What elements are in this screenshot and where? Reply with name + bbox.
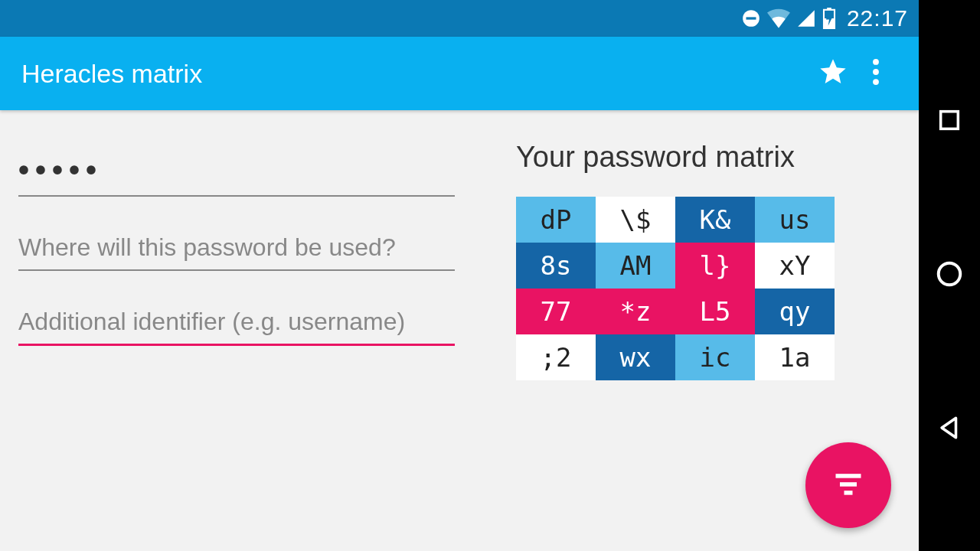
matrix-cell: l}	[675, 243, 755, 289]
overflow-menu-button[interactable]	[854, 52, 897, 95]
identifier-field	[18, 303, 455, 346]
svg-rect-9	[840, 482, 857, 487]
matrix-cell: 77	[516, 289, 596, 334]
app-title: Heracles matrix	[21, 59, 812, 89]
matrix-cell: \$	[596, 197, 675, 243]
circle-icon	[935, 278, 964, 291]
matrix-cell: L5	[675, 289, 755, 334]
master-password-input[interactable]	[18, 148, 455, 197]
star-icon	[818, 57, 848, 90]
matrix-cell: qy	[755, 289, 835, 334]
matrix-title: Your password matrix	[516, 141, 900, 174]
password-matrix: dP\$K&us8sAMl}xY77*zL5qy;2wxic1a	[516, 197, 900, 380]
system-nav-bar	[919, 0, 980, 551]
master-password-field	[18, 148, 455, 197]
more-vert-icon	[873, 59, 879, 88]
signal-icon	[796, 8, 816, 28]
square-icon	[936, 122, 962, 135]
matrix-cell: us	[755, 197, 835, 243]
matrix-cell: K&	[675, 197, 755, 243]
home-button[interactable]	[935, 259, 964, 292]
matrix-cell: ic	[675, 334, 755, 380]
where-used-input[interactable]	[18, 229, 455, 271]
status-time: 22:17	[847, 5, 908, 31]
matrix-cell: 8s	[516, 243, 596, 289]
svg-rect-1	[746, 17, 756, 19]
input-column	[18, 148, 455, 551]
matrix-cell: wx	[596, 334, 675, 380]
favorite-button[interactable]	[812, 52, 854, 95]
svg-point-6	[873, 69, 879, 75]
matrix-cell: dP	[516, 197, 596, 243]
app-screen: 22:17 Heracles matrix You	[0, 0, 919, 551]
matrix-cell: *z	[596, 289, 675, 334]
matrix-cell: AM	[596, 243, 675, 289]
dnd-icon	[741, 8, 761, 28]
svg-point-7	[873, 79, 879, 85]
svg-rect-11	[941, 112, 959, 129]
svg-rect-10	[844, 491, 853, 495]
identifier-input[interactable]	[18, 303, 455, 346]
back-triangle-icon	[936, 430, 962, 443]
matrix-cell: ;2	[516, 334, 596, 380]
back-button[interactable]	[936, 415, 962, 444]
battery-icon	[822, 8, 836, 29]
app-bar: Heracles matrix	[0, 37, 919, 110]
content-area: Your password matrix dP\$K&us8sAMl}xY77*…	[0, 110, 919, 551]
recent-apps-button[interactable]	[936, 107, 962, 136]
svg-rect-8	[836, 474, 861, 478]
wifi-icon	[767, 8, 790, 28]
svg-point-5	[873, 59, 879, 65]
matrix-cell: 1a	[755, 334, 835, 380]
matrix-cell: xY	[755, 243, 835, 289]
where-used-field	[18, 229, 455, 271]
fab-button[interactable]	[805, 442, 891, 528]
sort-icon	[831, 467, 865, 504]
status-bar: 22:17	[0, 0, 919, 37]
svg-point-12	[939, 263, 961, 285]
